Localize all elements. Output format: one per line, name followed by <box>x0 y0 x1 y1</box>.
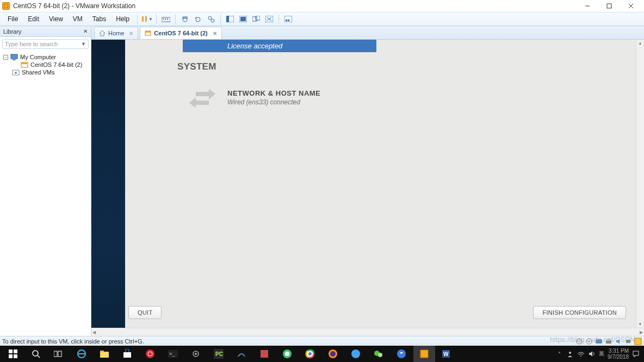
stretch-button[interactable] <box>263 14 275 24</box>
taskbar-wechat[interactable] <box>368 346 389 362</box>
svg-rect-4 <box>142 16 144 22</box>
close-button[interactable] <box>620 0 642 12</box>
tab-home-label: Home <box>108 30 124 36</box>
snapshot-button[interactable] <box>179 14 191 24</box>
svg-rect-36 <box>145 31 151 33</box>
svg-point-10 <box>183 17 187 22</box>
svg-rect-25 <box>286 20 287 21</box>
library-title: Library <box>3 28 22 35</box>
svg-rect-1 <box>607 4 611 8</box>
library-search[interactable]: ▼ <box>2 39 89 49</box>
console-view-button[interactable] <box>224 14 236 24</box>
taskbar-vmware-active[interactable] <box>413 346 435 362</box>
message-icon[interactable] <box>634 338 642 345</box>
taskbar-app-3[interactable] <box>345 346 367 362</box>
tray-volume-icon[interactable] <box>588 350 596 358</box>
taskbar-firefox[interactable] <box>322 346 344 362</box>
library-search-input[interactable] <box>5 41 80 47</box>
menu-help[interactable]: Help <box>112 14 134 24</box>
taskbar-pycharm[interactable]: PC <box>208 346 230 362</box>
svg-rect-18 <box>240 17 246 21</box>
shared-icon <box>12 69 20 76</box>
vmware-app-icon <box>2 2 10 10</box>
tree-shared-vms[interactable]: Shared VMs <box>12 68 88 76</box>
tabbar: Home ✕ CentOS 7 64-bit (2) ✕ <box>91 26 644 40</box>
svg-text:W: W <box>443 351 449 357</box>
horizontal-scrollbar[interactable]: ◀▶ <box>91 328 644 336</box>
unity-icon <box>252 16 260 22</box>
task-view-button[interactable] <box>48 346 70 362</box>
finish-configuration-button[interactable]: FINISH CONFIGURATION <box>533 306 626 319</box>
svg-rect-59 <box>100 351 104 352</box>
vm-viewport[interactable]: LJ License accepted SYSTEM NETWORK & HOS… <box>91 40 644 328</box>
search-dropdown-icon[interactable]: ▼ <box>80 41 87 47</box>
tray-wifi-icon[interactable] <box>577 350 585 358</box>
cortana-search-button[interactable] <box>25 346 47 362</box>
svg-point-53 <box>33 351 38 356</box>
minimize-button[interactable] <box>577 0 598 12</box>
vm-device-icons <box>575 338 642 345</box>
tray-people-icon[interactable] <box>566 350 574 358</box>
taskbar-360[interactable] <box>276 346 298 362</box>
taskbar-chrome[interactable] <box>299 346 321 362</box>
tree-root-mycomputer[interactable]: − My Computer <box>3 53 88 61</box>
svg-rect-5 <box>145 16 147 22</box>
svg-rect-44 <box>596 340 602 343</box>
menu-tabs[interactable]: Tabs <box>88 14 110 24</box>
taskbar-baidu[interactable] <box>391 346 412 362</box>
tree-vm-centos[interactable]: CentOS 7 64-bit (2) <box>21 61 88 68</box>
tray-up-icon[interactable]: ˄ <box>555 350 563 358</box>
license-banner[interactable]: License accepted <box>183 40 376 52</box>
taskbar-terminal[interactable]: >_ <box>162 346 184 362</box>
menu-view[interactable]: View <box>45 14 67 24</box>
taskbar-app-2[interactable] <box>253 346 275 362</box>
snapshot-manager-button[interactable] <box>205 14 217 24</box>
svg-rect-24 <box>284 16 292 22</box>
menu-vm[interactable]: VM <box>69 14 87 24</box>
menu-file[interactable]: File <box>3 14 22 24</box>
tab-vm-label: CentOS 7 64-bit (2) <box>154 30 207 36</box>
window-titlebar: CentOS 7 64-bit (2) - VMware Workstation <box>0 0 644 12</box>
taskbar-mysql[interactable] <box>231 346 252 362</box>
disk-icon[interactable] <box>575 338 583 345</box>
send-ctrl-alt-del-button[interactable] <box>160 14 172 24</box>
pause-vm-button[interactable]: ▼ <box>141 14 153 24</box>
printer-icon[interactable] <box>605 338 612 345</box>
sound-icon[interactable] <box>615 338 622 345</box>
svg-text:PC: PC <box>215 351 223 357</box>
svg-rect-32 <box>21 63 28 64</box>
tray-clock[interactable]: 3:31 PM 9/7/2018 <box>608 348 629 360</box>
cd-icon[interactable] <box>585 338 593 345</box>
tray-notifications-icon[interactable] <box>632 350 640 358</box>
svg-line-54 <box>38 355 40 358</box>
window-title: CentOS 7 64-bit (2) - VMware Workstation <box>13 2 135 10</box>
tray-ime[interactable]: 英 <box>599 350 604 358</box>
library-close-button[interactable]: ✕ <box>83 28 88 34</box>
fullscreen-button[interactable] <box>237 14 249 24</box>
taskbar-explorer[interactable] <box>94 346 115 362</box>
tab-vm-close[interactable]: ✕ <box>213 30 217 36</box>
content-area: Home ✕ CentOS 7 64-bit (2) ✕ LJ License … <box>91 26 644 336</box>
network-adapter-icon[interactable] <box>595 338 603 345</box>
tab-vm-centos[interactable]: CentOS 7 64-bit (2) ✕ <box>140 27 221 39</box>
start-button[interactable] <box>2 346 24 362</box>
quit-button[interactable]: QUIT <box>128 306 162 319</box>
svg-point-34 <box>15 72 17 74</box>
tab-home[interactable]: Home ✕ <box>94 27 138 39</box>
taskbar-word[interactable]: W <box>436 346 458 362</box>
unity-button[interactable] <box>250 14 262 24</box>
vertical-scrollbar[interactable] <box>636 40 644 328</box>
menu-edit[interactable]: Edit <box>23 14 44 24</box>
taskbar-store[interactable] <box>116 346 138 362</box>
expander-minus-icon[interactable]: − <box>3 55 8 60</box>
taskbar-edge[interactable] <box>71 346 92 362</box>
taskbar-app-1[interactable] <box>139 346 161 362</box>
usb-icon[interactable] <box>624 338 632 345</box>
svg-rect-46 <box>607 339 610 341</box>
thumbnail-bar-button[interactable] <box>282 14 294 24</box>
taskbar-settings[interactable] <box>185 346 207 362</box>
maximize-button[interactable] <box>598 0 620 12</box>
network-spoke[interactable]: NETWORK & HOST NAME Wired (ens33) connec… <box>187 85 636 109</box>
revert-snapshot-button[interactable] <box>192 14 204 24</box>
tab-home-close[interactable]: ✕ <box>129 30 133 36</box>
